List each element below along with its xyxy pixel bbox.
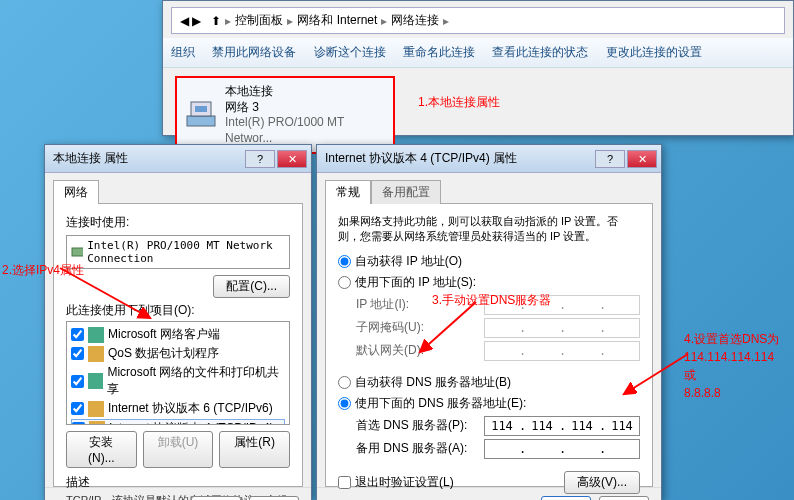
- svg-rect-8: [89, 421, 105, 426]
- adapter-field: Intel(R) PRO/1000 MT Network Connection: [66, 235, 290, 269]
- properties-button[interactable]: 属性(R): [219, 431, 290, 468]
- install-button[interactable]: 安装(N)...: [66, 431, 137, 468]
- protocol-icon: [88, 401, 104, 417]
- radio-auto-dns[interactable]: [338, 376, 351, 389]
- lan-properties-dialog: 本地连接 属性 ?✕ 网络 连接时使用: Intel(R) PRO/1000 M…: [44, 144, 312, 500]
- chk-ipv4[interactable]: [72, 422, 85, 425]
- uninstall-button: 卸载(U): [143, 431, 214, 468]
- close-button[interactable]: ✕: [627, 150, 657, 168]
- radio-manual-ip[interactable]: [338, 276, 351, 289]
- annotation-2: 2.选择IPv4属性: [2, 262, 84, 279]
- tool-change[interactable]: 更改此连接的设置: [606, 45, 702, 59]
- chk-qos[interactable]: [71, 347, 84, 360]
- tool-disable[interactable]: 禁用此网络设备: [212, 45, 296, 59]
- mask-input: ...: [484, 318, 640, 338]
- radio-auto-ip[interactable]: [338, 255, 351, 268]
- explorer-toolbar: 组织 禁用此网络设备 诊断这个连接 重命名此连接 查看此连接的状态 更改此连接的…: [163, 38, 793, 68]
- help-button[interactable]: ?: [595, 150, 625, 168]
- chk-ipv6[interactable]: [71, 402, 84, 415]
- component-icon: [88, 327, 104, 343]
- dialog-title: Internet 协议版本 4 (TCP/IPv4) 属性: [321, 150, 595, 167]
- chk-fileshare[interactable]: [71, 375, 84, 388]
- label-connect-using: 连接时使用:: [66, 214, 290, 231]
- ok-button[interactable]: 确定: [541, 496, 591, 500]
- svg-rect-4: [88, 327, 104, 343]
- svg-rect-6: [88, 373, 103, 389]
- ok-button[interactable]: 确定: [191, 496, 241, 500]
- annotation-3: 3.手动设置DNS服务器: [432, 292, 551, 309]
- tool-organize[interactable]: 组织: [171, 45, 195, 59]
- crumb[interactable]: 网络和 Internet: [297, 12, 377, 29]
- advanced-button[interactable]: 高级(V)...: [564, 471, 640, 494]
- svg-rect-3: [72, 248, 83, 256]
- tool-status[interactable]: 查看此连接的状态: [492, 45, 588, 59]
- conn-adapter: Intel(R) PRO/1000 MT Networ...: [225, 115, 385, 146]
- dialog-title: 本地连接 属性: [49, 150, 245, 167]
- annotation-4: 4.设置首选DNS为114.114.114.114或8.8.8.8: [684, 330, 779, 402]
- chk-validate[interactable]: [338, 476, 351, 489]
- breadcrumb[interactable]: ◀ ▶ ⬆ ▸ 控制面板 ▸ 网络和 Internet ▸ 网络连接 ▸: [171, 7, 785, 34]
- crumb[interactable]: 网络连接: [391, 12, 439, 29]
- tab-general[interactable]: 常规: [325, 180, 371, 204]
- radio-manual-dns[interactable]: [338, 397, 351, 410]
- component-icon: [88, 373, 103, 389]
- intro-text: 如果网络支持此功能，则可以获取自动指派的 IP 设置。否则，您需要从网络系统管理…: [338, 214, 640, 245]
- gw-input: ...: [484, 341, 640, 361]
- crumb[interactable]: 控制面板: [235, 12, 283, 29]
- explorer-window: ◀ ▶ ⬆ ▸ 控制面板 ▸ 网络和 Internet ▸ 网络连接 ▸ 组织 …: [162, 0, 794, 136]
- help-button[interactable]: ?: [245, 150, 275, 168]
- cancel-button[interactable]: 取消: [249, 496, 299, 500]
- connection-item[interactable]: 本地连接 网络 3 Intel(R) PRO/1000 MT Networ...: [175, 76, 395, 154]
- ipv4-properties-dialog: Internet 协议版本 4 (TCP/IPv4) 属性 ?✕ 常规备用配置 …: [316, 144, 662, 500]
- tab-network[interactable]: 网络: [53, 180, 99, 204]
- cancel-button[interactable]: 取消: [599, 496, 649, 500]
- conn-net: 网络 3: [225, 100, 385, 116]
- items-list[interactable]: Microsoft 网络客户端 QoS 数据包计划程序 Microsoft 网络…: [66, 321, 290, 425]
- configure-button[interactable]: 配置(C)...: [213, 275, 290, 298]
- component-icon: [88, 346, 104, 362]
- chk-msclient[interactable]: [71, 328, 84, 341]
- network-adapter-icon: [185, 98, 217, 132]
- annotation-1: 1.本地连接属性: [418, 94, 500, 111]
- svg-rect-5: [88, 346, 104, 362]
- nic-icon: [71, 244, 83, 260]
- protocol-icon: [89, 421, 105, 426]
- conn-name: 本地连接: [225, 84, 385, 100]
- breadcrumb-icon: ◀ ▶ ⬆: [180, 14, 221, 28]
- svg-rect-2: [195, 106, 207, 112]
- tab-alternate[interactable]: 备用配置: [371, 180, 441, 204]
- tool-diagnose[interactable]: 诊断这个连接: [314, 45, 386, 59]
- alt-dns-input[interactable]: ...: [484, 439, 640, 459]
- label-uses: 此连接使用下列项目(O):: [66, 302, 290, 319]
- tool-rename[interactable]: 重命名此连接: [403, 45, 475, 59]
- svg-rect-7: [88, 401, 104, 417]
- pref-dns-input[interactable]: 114.114.114.114: [484, 416, 640, 436]
- svg-rect-0: [187, 116, 215, 126]
- close-button[interactable]: ✕: [277, 150, 307, 168]
